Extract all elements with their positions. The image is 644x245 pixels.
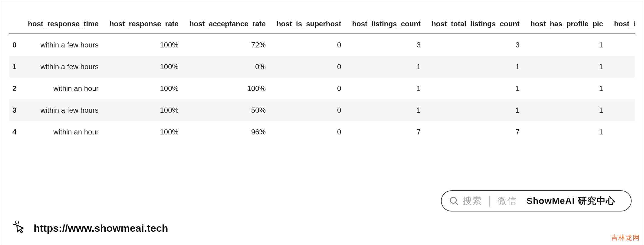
cell: 1 [426, 56, 525, 78]
cell: 100% [104, 121, 184, 143]
search-hint-2: 微信 [498, 195, 517, 207]
table-header: host_response_time host_response_rate ho… [9, 15, 635, 34]
wechat-search-pill: 搜索 │ 微信 ShowMeAI 研究中心 [441, 190, 632, 211]
cell: 0 [271, 121, 347, 143]
col-header: host_is_superhost [271, 15, 347, 34]
cell: 96% [184, 121, 271, 143]
row-index: 1 [9, 56, 22, 78]
col-header: host_has_profile_pic [525, 15, 609, 34]
cell: 7 [426, 121, 525, 143]
row-index: 0 [9, 34, 22, 56]
watermark-text: 吉林龙网 [611, 233, 640, 242]
cell: 1 [525, 56, 609, 78]
row-index: 3 [9, 99, 22, 121]
cell: within an hour [22, 121, 104, 143]
footer-url-line: https://www.showmeai.tech [12, 221, 168, 236]
dataframe-table: host_response_time host_response_rate ho… [9, 15, 635, 143]
col-header: host_identity_verif [609, 15, 635, 34]
col-header: host_response_rate [104, 15, 184, 34]
cell: 0 [271, 34, 347, 56]
cell: 1 [426, 78, 525, 99]
footer-url: https://www.showmeai.tech [34, 222, 168, 234]
col-header: host_acceptance_rate [184, 15, 271, 34]
svg-line-2 [15, 222, 16, 224]
cell: 0 [271, 99, 347, 121]
table-body: 0 within a few hours 100% 72% 0 3 3 1 1 … [9, 34, 635, 143]
table-header-row: host_response_time host_response_rate ho… [9, 15, 635, 34]
cell: 3 [426, 34, 525, 56]
cell: 0% [184, 56, 271, 78]
document-frame: host_response_time host_response_rate ho… [0, 0, 644, 245]
cell: within a few hours [22, 34, 104, 56]
separator: │ [486, 196, 494, 206]
cell: 1 [525, 99, 609, 121]
cell: 1 [525, 121, 609, 143]
cell: 100% [104, 56, 184, 78]
svg-line-4 [18, 222, 19, 223]
cell: 1 [525, 78, 609, 99]
col-header: host_response_time [22, 15, 104, 34]
search-icon [449, 196, 459, 206]
search-hint-1: 搜索 [463, 195, 482, 207]
dataframe-table-wrap: host_response_time host_response_rate ho… [9, 15, 635, 143]
cell: 7 [347, 121, 426, 143]
col-header: host_total_listings_count [426, 15, 525, 34]
cell [609, 34, 635, 56]
cell: 72% [184, 34, 271, 56]
row-index: 2 [9, 78, 22, 99]
cell: 100% [104, 99, 184, 121]
cell: 1 [347, 78, 426, 99]
brand-name: ShowMeAI 研究中心 [527, 195, 615, 207]
svg-line-1 [455, 202, 458, 205]
table-row: 0 within a few hours 100% 72% 0 3 3 1 [9, 34, 635, 56]
cell: within an hour [22, 78, 104, 99]
cell [609, 121, 635, 143]
cell [609, 78, 635, 99]
cell: 100% [104, 34, 184, 56]
cell: 1 [347, 99, 426, 121]
table-row: 4 within an hour 100% 96% 0 7 7 1 [9, 121, 635, 143]
cell: 0 [271, 56, 347, 78]
cell: 100% [184, 78, 271, 99]
cell: 3 [347, 34, 426, 56]
cell: within a few hours [22, 56, 104, 78]
svg-line-3 [14, 224, 15, 225]
cell: 100% [104, 78, 184, 99]
cell [609, 56, 635, 78]
index-header [9, 15, 22, 34]
col-header: host_listings_count [347, 15, 426, 34]
cell: 1 [525, 34, 609, 56]
table-row: 2 within an hour 100% 100% 0 1 1 1 [9, 78, 635, 99]
cell: 1 [426, 99, 525, 121]
row-index: 4 [9, 121, 22, 143]
table-row: 1 within a few hours 100% 0% 0 1 1 1 [9, 56, 635, 78]
table-row: 3 within a few hours 100% 50% 0 1 1 1 [9, 99, 635, 121]
cell: 50% [184, 99, 271, 121]
cell: within a few hours [22, 99, 104, 121]
cell [609, 99, 635, 121]
cell: 0 [271, 78, 347, 99]
cell: 1 [347, 56, 426, 78]
cursor-click-icon [12, 221, 28, 236]
